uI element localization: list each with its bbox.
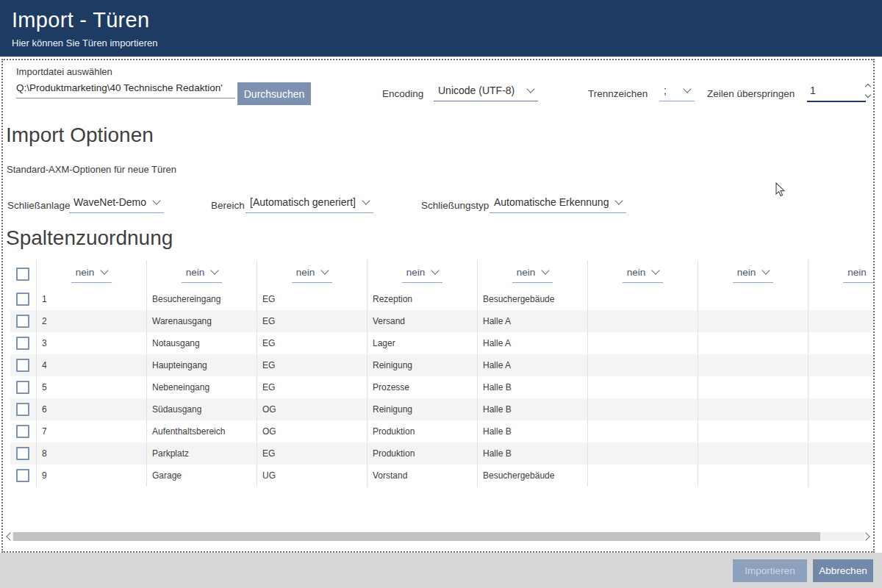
- delimiter-select[interactable]: ;: [659, 84, 695, 101]
- column-mapping-dropdown[interactable]: nein: [512, 266, 553, 283]
- table-cell: EG: [257, 288, 368, 310]
- column-mapping-dropdown[interactable]: nein: [843, 266, 873, 283]
- row-checkbox[interactable]: [16, 315, 29, 328]
- table-cell: [588, 420, 698, 442]
- column-mapping-dropdown[interactable]: nein: [182, 266, 223, 283]
- column-header-cell: nein: [257, 260, 368, 288]
- import-file-path-input[interactable]: Q:\Produktmarketing\40 Technische Redakt…: [16, 82, 235, 98]
- row-checkbox-cell: [10, 376, 37, 398]
- table-cell: Reinigung: [368, 354, 478, 376]
- area-select[interactable]: [Automatisch generiert]: [245, 196, 373, 213]
- column-mapping-value: nein: [737, 267, 756, 278]
- column-mapping-title: Spaltenzuordnung: [6, 226, 173, 250]
- chevron-down-icon: [101, 266, 109, 274]
- table-row: 4HaupteingangEGReinigungHalle A: [10, 354, 873, 376]
- table-cell: [808, 398, 873, 420]
- lock-type-select[interactable]: Automatische Erkennung: [490, 196, 626, 213]
- table-cell: 9: [37, 465, 147, 487]
- table-row: 1BesuchereingangEGRezeptionBesuchergebäu…: [10, 288, 873, 310]
- table-cell: [808, 354, 873, 376]
- table-cell: [808, 420, 873, 442]
- mapping-table-header: neinneinneinneinneinneinneinnein: [10, 260, 873, 288]
- chevron-down-icon: [152, 196, 160, 204]
- table-cell: [808, 288, 873, 310]
- skip-lines-input[interactable]: 1: [807, 84, 866, 102]
- column-header-cell: nein: [478, 260, 588, 288]
- row-checkbox[interactable]: [16, 469, 29, 482]
- skip-lines-stepper[interactable]: [866, 85, 870, 97]
- scrollbar-thumb[interactable]: [13, 532, 820, 541]
- table-row: 9GarageUGVorstandBesuchergebäude: [10, 465, 873, 487]
- row-checkbox-cell: [10, 398, 37, 420]
- page-title: Import - Türen: [12, 8, 882, 32]
- encoding-select[interactable]: Unicode (UTF-8): [434, 84, 538, 101]
- spinner-up-icon[interactable]: [865, 84, 871, 90]
- column-mapping-dropdown[interactable]: nein: [623, 266, 664, 283]
- column-mapping-dropdown[interactable]: nein: [292, 266, 333, 283]
- table-cell: [808, 465, 873, 487]
- column-mapping-dropdown[interactable]: nein: [71, 266, 112, 283]
- table-cell: OG: [257, 398, 368, 420]
- delimiter-value: ;: [664, 85, 667, 96]
- browse-button[interactable]: Durchsuchen: [237, 82, 311, 105]
- table-row: 6SüdausgangOGReinigungHalle B: [10, 398, 873, 420]
- table-cell: 7: [37, 420, 147, 442]
- table-cell: UG: [257, 465, 368, 487]
- table-cell: 1: [37, 288, 147, 310]
- area-value: [Automatisch generiert]: [250, 196, 356, 208]
- table-cell: Halle A: [478, 310, 588, 332]
- table-cell: Halle B: [478, 442, 588, 465]
- row-checkbox[interactable]: [16, 425, 29, 438]
- row-checkbox-cell: [10, 465, 37, 487]
- table-cell: Prozesse: [368, 376, 478, 398]
- row-checkbox-cell: [10, 354, 37, 376]
- cancel-button[interactable]: Abbrechen: [813, 559, 873, 582]
- table-cell: [698, 420, 808, 442]
- column-mapping-value: nein: [627, 267, 646, 278]
- row-checkbox[interactable]: [16, 359, 29, 372]
- locking-system-select[interactable]: WaveNet-Demo: [69, 196, 164, 213]
- table-cell: [808, 376, 873, 398]
- row-checkbox[interactable]: [16, 403, 29, 416]
- table-cell: Halle B: [478, 420, 588, 442]
- table-cell: Rezeption: [368, 288, 478, 310]
- column-header-cell: nein: [37, 260, 147, 288]
- row-checkbox[interactable]: [16, 381, 29, 394]
- table-cell: [698, 398, 808, 420]
- table-cell: EG: [257, 376, 368, 398]
- table-cell: Halle B: [478, 398, 588, 420]
- table-cell: 5: [37, 376, 147, 398]
- table-cell: [698, 332, 808, 354]
- column-mapping-value: nein: [186, 267, 205, 278]
- table-cell: [698, 376, 808, 398]
- table-cell: Produktion: [368, 420, 478, 442]
- chevron-down-icon: [211, 266, 219, 274]
- table-cell: Notausgang: [147, 332, 257, 354]
- column-header-cell: nein: [368, 260, 478, 288]
- table-cell: Lager: [368, 332, 478, 354]
- table-cell: Produktion: [368, 442, 478, 465]
- chevron-down-icon: [652, 266, 660, 274]
- table-cell: [698, 442, 808, 465]
- horizontal-scrollbar[interactable]: [3, 531, 873, 542]
- row-checkbox[interactable]: [16, 447, 29, 460]
- row-checkbox[interactable]: [16, 293, 29, 306]
- column-mapping-dropdown[interactable]: nein: [402, 266, 443, 283]
- table-cell: EG: [257, 332, 368, 354]
- row-checkbox-cell: [10, 420, 37, 442]
- column-mapping-value: nein: [296, 267, 315, 278]
- table-cell: EG: [257, 354, 368, 376]
- table-cell: EG: [257, 442, 368, 465]
- select-all-checkbox[interactable]: [16, 268, 29, 281]
- encoding-label: Encoding: [382, 88, 423, 99]
- table-cell: Parkplatz: [147, 442, 257, 465]
- spinner-down-icon[interactable]: [865, 92, 871, 98]
- select-all-cell: [10, 260, 37, 288]
- table-cell: [698, 310, 808, 332]
- chevron-down-icon: [362, 196, 370, 204]
- table-row: 5NebeneingangEGProzesseHalle B: [10, 376, 873, 398]
- import-button[interactable]: Importieren: [733, 559, 807, 582]
- row-checkbox[interactable]: [16, 337, 29, 350]
- table-cell: [588, 332, 698, 354]
- column-mapping-dropdown[interactable]: nein: [733, 266, 774, 283]
